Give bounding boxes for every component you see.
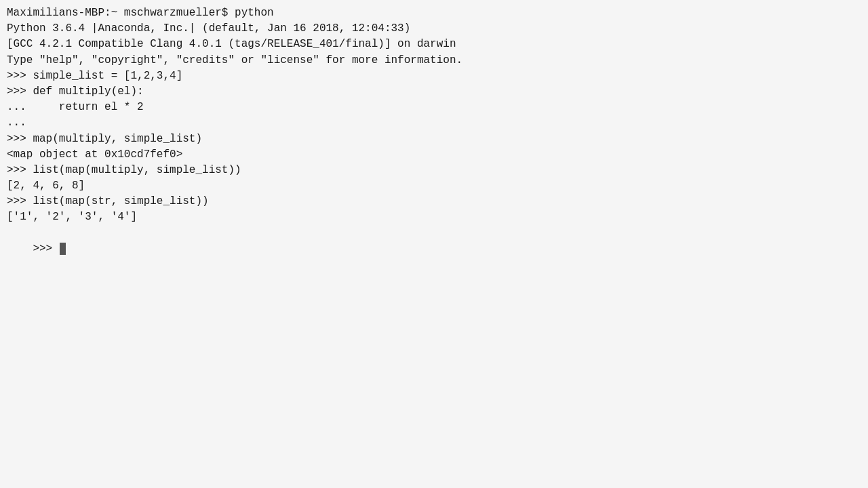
line-map-object: <map object at 0x10cd7fef0> xyxy=(7,147,861,163)
line-list-map-str: >>> list(map(str, simple_list)) xyxy=(7,194,861,209)
line-final-prompt: >>> xyxy=(7,226,861,273)
line-python-version: Python 3.6.4 |Anaconda, Inc.| (default, … xyxy=(7,21,861,37)
line-map: >>> map(multiply, simple_list) xyxy=(7,131,861,147)
line-list-result2: ['1', '2', '3', '4'] xyxy=(7,209,861,225)
cursor xyxy=(60,243,66,255)
line-simple-list: >>> simple_list = [1,2,3,4] xyxy=(7,68,861,84)
terminal-window[interactable]: Maximilians-MBP:~ mschwarzmueller$ pytho… xyxy=(0,0,868,488)
line-def-multiply: >>> def multiply(el): xyxy=(7,84,861,100)
line-return: ... return el * 2 xyxy=(7,100,861,115)
line-list-map-multiply: >>> list(map(multiply, simple_list)) xyxy=(7,163,861,178)
line-list-result1: [2, 4, 6, 8] xyxy=(7,178,861,194)
line-prompt-python: Maximilians-MBP:~ mschwarzmueller$ pytho… xyxy=(7,5,861,21)
line-help: Type "help", "copyright", "credits" or "… xyxy=(7,53,861,68)
line-ellipsis: ... xyxy=(7,115,861,131)
line-gcc: [GCC 4.2.1 Compatible Clang 4.0.1 (tags/… xyxy=(7,37,861,52)
